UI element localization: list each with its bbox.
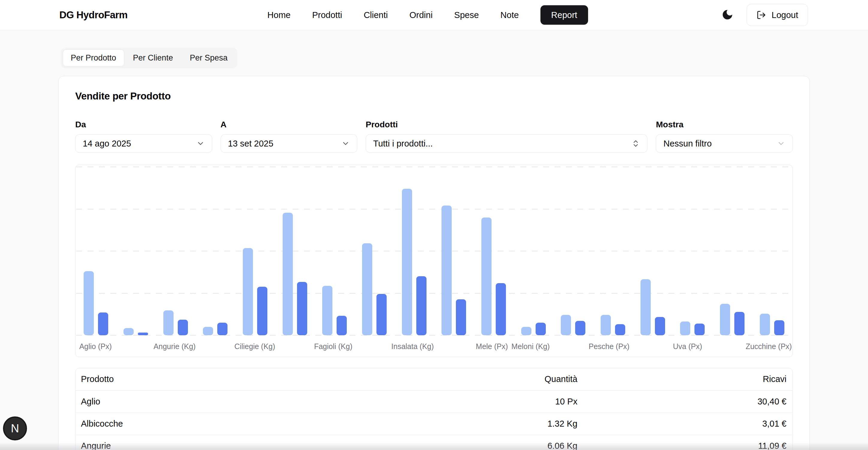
bar-light-blue-series (521, 327, 531, 335)
bar-dark-blue-series (257, 287, 267, 335)
chart-slot-unlabeled-9 (434, 167, 474, 335)
report-card: Vendite per Prodotto Da14 ago 2025A13 se… (58, 76, 810, 450)
product-name: Aglio (75, 390, 434, 413)
filter-value-prodotti: Tutti i prodotti... (373, 139, 433, 149)
theme-toggle-button[interactable] (721, 9, 734, 22)
nav-item-report[interactable]: Report (540, 5, 588, 25)
bar-dark-blue-series (416, 276, 427, 335)
bar-light-blue-series (680, 321, 690, 335)
category-label: Angurie (Kg) (153, 342, 195, 351)
chevron-down-icon (777, 139, 785, 148)
chart-slot-unlabeled-1 (116, 167, 156, 335)
bar-light-blue-series (402, 189, 412, 335)
filter-group-prodotti: ProdottiTutti i prodotti... (366, 120, 647, 153)
logout-button[interactable]: Logout (747, 4, 808, 26)
product-quantity: 1.32 Kg (434, 413, 577, 435)
category-label: Meloni (Kg) (511, 342, 550, 351)
chart-slot-meloni-kg (514, 167, 553, 335)
products-table-container: ProdottoQuantitàRicavi Aglio10 Px30,40 €… (75, 368, 793, 450)
nav-item-clienti[interactable]: Clienti (364, 10, 388, 20)
card-title: Vendite per Prodotto (75, 91, 793, 102)
chart-plot-area (76, 167, 792, 335)
chart-slot-unlabeled-7 (354, 167, 395, 335)
nav-item-note[interactable]: Note (500, 10, 519, 20)
filter-select-a[interactable]: 13 set 2025 (221, 134, 358, 153)
bar-light-blue-series (283, 213, 293, 335)
tab-per-cliente[interactable]: Per Cliente (125, 50, 181, 66)
bar-light-blue-series (362, 243, 372, 335)
filter-group-da: Da14 ago 2025 (75, 120, 212, 153)
nav-item-spese[interactable]: Spese (454, 10, 479, 20)
product-quantity: 10 Px (434, 390, 577, 413)
filter-label-prodotti: Prodotti (366, 120, 647, 129)
column-header-prodotto: Prodotto (75, 368, 434, 390)
chart-slot-unlabeled-3 (195, 167, 235, 335)
product-revenue: 3,01 € (577, 413, 793, 435)
bar-light-blue-series (760, 314, 770, 335)
column-header-quantit: Quantità (434, 368, 577, 390)
filter-select-prodotti[interactable]: Tutti i prodotti... (366, 134, 647, 153)
chart-slot-unlabeled-12 (553, 167, 593, 335)
bar-dark-blue-series (217, 323, 227, 335)
bar-dark-blue-series (655, 317, 665, 335)
table-body: Aglio10 Px30,40 €Albicocche1.32 Kg3,01 €… (75, 390, 793, 450)
bar-light-blue-series (482, 218, 492, 335)
chart-category-labels: Aglio (Px)Angurie (Kg)Ciliegie (Kg)Fagio… (76, 336, 792, 357)
bar-light-blue-series (84, 271, 94, 335)
table-row-aglio: Aglio10 Px30,40 € (75, 390, 793, 413)
filter-group-a: A13 set 2025 (221, 120, 358, 153)
bar-dark-blue-series (456, 299, 466, 335)
bar-light-blue-series (601, 315, 611, 335)
bar-dark-blue-series (734, 312, 745, 335)
bar-dark-blue-series (297, 282, 307, 335)
dev-badge-button[interactable]: N (3, 416, 27, 441)
chart-slot-pesche-px (593, 167, 633, 335)
chart-slot-mele-px (474, 167, 514, 335)
product-quantity: 6.06 Kg (434, 435, 577, 450)
filter-label-a: A (221, 120, 358, 129)
bar-light-blue-series (243, 248, 253, 335)
filter-select-mostra[interactable]: Nessun filtro (656, 134, 793, 153)
chart-slot-ciliegie-kg (235, 167, 275, 335)
products-table: ProdottoQuantitàRicavi Aglio10 Px30,40 €… (75, 368, 793, 450)
chart-slot-unlabeled-5 (275, 167, 315, 335)
nav-item-ordini[interactable]: Ordini (409, 10, 433, 20)
chevrons-up-down-icon (631, 139, 640, 148)
chart-slot-zucchine-px (752, 167, 792, 335)
filter-select-da[interactable]: 14 ago 2025 (75, 134, 212, 153)
product-revenue: 11,09 € (577, 435, 793, 450)
tab-per-prodotto[interactable]: Per Prodotto (63, 50, 124, 66)
category-label: Zucchine (Px) (746, 342, 792, 351)
category-label: Pesche (Px) (589, 342, 629, 351)
bar-dark-blue-series (178, 320, 188, 335)
moon-icon (721, 9, 734, 22)
nav-item-prodotti[interactable]: Prodotti (312, 10, 342, 20)
nav-item-home[interactable]: Home (267, 10, 290, 20)
chart-slot-insalata-kg (394, 167, 434, 335)
main-nav: HomeProdottiClientiOrdiniSpeseNoteReport (267, 5, 588, 25)
chart-bars (76, 167, 792, 335)
tab-per-spesa[interactable]: Per Spesa (182, 50, 236, 66)
chevron-down-icon (196, 139, 205, 148)
chevron-down-icon (341, 139, 350, 148)
bar-dark-blue-series (774, 320, 784, 335)
navbar-actions: Logout (721, 4, 808, 26)
category-label: Uva (Px) (668, 342, 707, 351)
category-label: Ciliegie (Kg) (235, 342, 275, 351)
logout-label: Logout (772, 10, 798, 20)
filter-value-da: 14 ago 2025 (83, 139, 131, 149)
chart-slot-angurie-kg (156, 167, 195, 335)
bar-dark-blue-series (536, 323, 546, 335)
bar-light-blue-series (203, 327, 213, 335)
chart-slot-uva-px (673, 167, 712, 335)
bar-light-blue-series (123, 328, 134, 335)
report-tabs: Per ProdottoPer ClientePer Spesa (61, 47, 237, 68)
bar-light-blue-series (441, 205, 452, 335)
product-name: Albicocche (75, 413, 434, 435)
bar-light-blue-series (163, 311, 174, 335)
table-row-albicocche: Albicocche1.32 Kg3,01 € (75, 413, 793, 435)
bar-dark-blue-series (575, 321, 585, 335)
sales-bar-chart: Aglio (Px)Angurie (Kg)Ciliegie (Kg)Fagio… (75, 165, 793, 357)
filter-label-mostra: Mostra (656, 120, 793, 129)
bar-light-blue-series (641, 279, 651, 335)
